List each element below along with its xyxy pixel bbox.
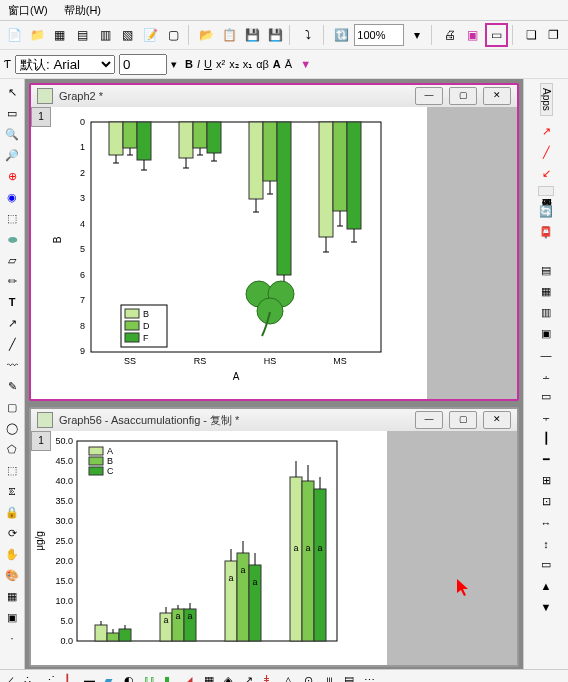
line-tool-icon[interactable]: ╱ bbox=[3, 335, 21, 353]
plot-box-icon[interactable]: ⫿⫿ bbox=[144, 674, 162, 682]
minimize-button[interactable]: — bbox=[415, 411, 443, 429]
font-enlarge-button[interactable]: A bbox=[273, 58, 281, 70]
graph-window-2[interactable]: Graph56 - Asaccumulationfig - 复制 * — ▢ ✕… bbox=[29, 407, 519, 667]
plot-template-icon[interactable]: ▤ bbox=[344, 674, 362, 682]
layout3-icon[interactable]: ▥ bbox=[537, 304, 555, 322]
grid-b-icon[interactable]: ⊡ bbox=[537, 493, 555, 511]
print-icon[interactable]: 🖨 bbox=[440, 24, 461, 46]
plot-vector-icon[interactable]: ↗ bbox=[244, 674, 262, 682]
font-color-button[interactable]: ▼ bbox=[300, 58, 311, 70]
import-icon[interactable]: ⤵ bbox=[298, 24, 319, 46]
new-excel-icon[interactable]: ▤ bbox=[72, 24, 93, 46]
plot-hist-icon[interactable]: ▮ bbox=[164, 674, 182, 682]
open-icon[interactable]: 📂 bbox=[197, 24, 218, 46]
grid-tool-icon[interactable]: ▦ bbox=[3, 587, 21, 605]
maximize-button[interactable]: ▢ bbox=[449, 411, 477, 429]
apps-panel-label[interactable]: Apps bbox=[540, 83, 553, 116]
align-mid-icon[interactable]: ▭ bbox=[537, 388, 555, 406]
plot-linescatter-icon[interactable]: ⋰ bbox=[44, 674, 62, 682]
equation-tool-icon[interactable]: ⨊ bbox=[3, 482, 21, 500]
save-icon[interactable]: 💾 bbox=[242, 24, 263, 46]
subscript-button[interactable]: x₂ bbox=[229, 58, 239, 71]
refresh-right-icon[interactable]: 🔄 bbox=[537, 203, 555, 221]
width-icon[interactable]: ↔ bbox=[537, 514, 555, 532]
refresh-icon[interactable]: 🔃 bbox=[332, 24, 353, 46]
greek-button[interactable]: αβ bbox=[256, 58, 269, 70]
font-size-dropdown[interactable]: ▾ bbox=[171, 58, 177, 71]
plot-3d-icon[interactable]: ◢ bbox=[184, 674, 202, 682]
text-tool-icon[interactable]: Ƭ bbox=[4, 58, 11, 71]
plot-stock-icon[interactable]: ǂ bbox=[264, 674, 282, 682]
front-icon[interactable]: ▲ bbox=[537, 577, 555, 595]
bold-button[interactable]: B bbox=[185, 58, 193, 70]
arrow-tool-icon[interactable]: ↗ bbox=[3, 314, 21, 332]
arrow-up-icon[interactable]: ↗ bbox=[537, 123, 555, 141]
graph-window-1[interactable]: Graph2 * — ▢ ✕ 1 0 1 bbox=[29, 83, 519, 401]
lock-icon[interactable]: 🔒 bbox=[3, 503, 21, 521]
data-selector-icon[interactable]: ⬚ bbox=[3, 209, 21, 227]
plot-bar-icon[interactable]: ▬ bbox=[84, 674, 102, 682]
maximize-button[interactable]: ▢ bbox=[449, 87, 477, 105]
grid-a-icon[interactable]: ⊞ bbox=[537, 472, 555, 490]
duplicate2-icon[interactable]: ❐ bbox=[543, 24, 564, 46]
layer-icon[interactable]: ▣ bbox=[3, 608, 21, 626]
font-reduce-button[interactable]: Ā bbox=[285, 58, 292, 70]
plot-area-icon[interactable]: ▰ bbox=[104, 674, 122, 682]
chart-1[interactable]: 0 1 2 3 4 5 6 7 8 9 bbox=[31, 107, 401, 397]
plot-ternary-icon[interactable]: △ bbox=[284, 674, 302, 682]
open-template-icon[interactable]: 📋 bbox=[219, 24, 240, 46]
zoom-input[interactable] bbox=[354, 24, 404, 46]
plot-line-icon[interactable]: ／ bbox=[4, 674, 22, 682]
menu-window[interactable]: 窗口(W) bbox=[8, 3, 48, 18]
superscript-button[interactable]: x² bbox=[216, 58, 225, 70]
stamp-icon[interactable]: 📮 bbox=[537, 224, 555, 242]
close-button[interactable]: ✕ bbox=[483, 87, 511, 105]
new-worksheet-icon[interactable]: ▦ bbox=[49, 24, 70, 46]
plot-contour-icon[interactable]: ▦ bbox=[204, 674, 222, 682]
curve-tool-icon[interactable]: 〰 bbox=[3, 356, 21, 374]
plot-surface-icon[interactable]: ◈ bbox=[224, 674, 242, 682]
pan-tool-icon[interactable]: ✋ bbox=[3, 545, 21, 563]
new-layout-icon[interactable]: ▢ bbox=[163, 24, 184, 46]
back-icon[interactable]: ▼ bbox=[537, 598, 555, 616]
plot-polar-icon[interactable]: ⊙ bbox=[304, 674, 322, 682]
rect-tool-icon[interactable]: ▢ bbox=[3, 398, 21, 416]
slideshow-icon[interactable]: ▣ bbox=[463, 24, 484, 46]
window-icon[interactable]: ▭ bbox=[485, 23, 508, 47]
chart-2[interactable]: 0.0 5.0 10.0 15.0 20.0 25.0 30.0 35.0 40… bbox=[31, 431, 361, 663]
reader-tool-icon[interactable]: ⊕ bbox=[3, 167, 21, 185]
italic-button[interactable]: I bbox=[197, 58, 200, 70]
new-graph-icon[interactable]: ▥ bbox=[95, 24, 116, 46]
close-button[interactable]: ✕ bbox=[483, 411, 511, 429]
mask-tool-icon[interactable]: ⬬ bbox=[3, 230, 21, 248]
font-select[interactable]: 默认: Arial bbox=[15, 55, 115, 74]
zoom-in-icon[interactable]: 🔍 bbox=[3, 125, 21, 143]
font-size-input[interactable] bbox=[119, 54, 167, 75]
save-template-icon[interactable]: 💾 bbox=[265, 24, 286, 46]
menu-help[interactable]: 帮助(H) bbox=[64, 3, 101, 18]
underline-button[interactable]: U bbox=[204, 58, 212, 70]
align-top-icon[interactable]: ⫠ bbox=[537, 367, 555, 385]
height-icon[interactable]: ↕ bbox=[537, 535, 555, 553]
rotate-tool-icon[interactable]: ⟳ bbox=[3, 524, 21, 542]
graph-manager-label[interactable]: 绘图管理器 bbox=[538, 186, 554, 196]
zoom-dropdown-icon[interactable]: ▾ bbox=[406, 24, 427, 46]
minimize-button[interactable]: — bbox=[415, 87, 443, 105]
circle-tool-icon[interactable]: ◯ bbox=[3, 419, 21, 437]
subscript2-button[interactable]: x₁ bbox=[243, 58, 253, 71]
new-project-icon[interactable]: 📄 bbox=[4, 24, 25, 46]
pointer-tool-icon[interactable]: ↖ bbox=[3, 83, 21, 101]
plot-scatter-icon[interactable]: ∴ bbox=[24, 674, 42, 682]
region-tool-icon[interactable]: ▱ bbox=[3, 251, 21, 269]
freehand-icon[interactable]: ✎ bbox=[3, 377, 21, 395]
page-tab-1[interactable]: 1 bbox=[31, 107, 51, 127]
new-notes-icon[interactable]: 📝 bbox=[140, 24, 161, 46]
polygon-tool-icon[interactable]: ⬠ bbox=[3, 440, 21, 458]
size-icon[interactable]: ▭ bbox=[537, 556, 555, 574]
arrow-left-icon[interactable]: ↙ bbox=[537, 165, 555, 183]
new-folder-icon[interactable]: 📁 bbox=[27, 24, 48, 46]
plot-column-icon[interactable]: ┃ bbox=[64, 674, 82, 682]
line-red-icon[interactable]: ╱ bbox=[537, 144, 555, 162]
layout1-icon[interactable]: ▤ bbox=[537, 262, 555, 280]
color-tool-icon[interactable]: 🎨 bbox=[3, 566, 21, 584]
